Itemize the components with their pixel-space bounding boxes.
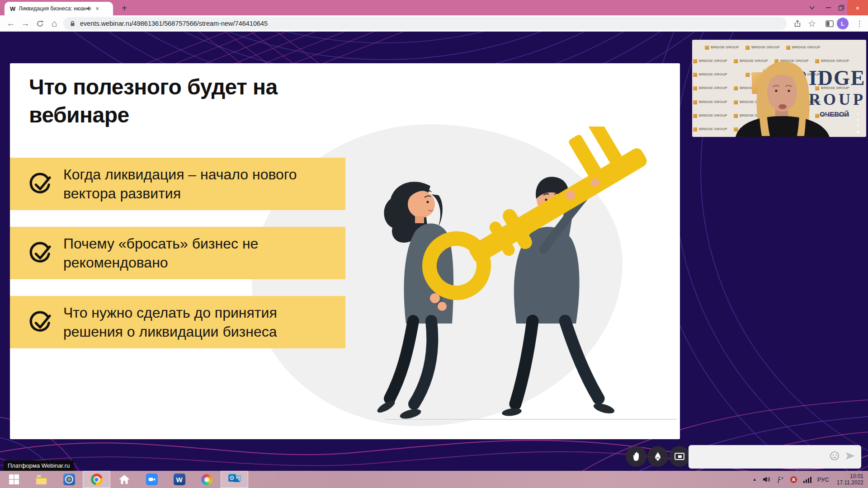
zoom-icon (146, 474, 158, 485)
taskbar-clock[interactable]: 10:01 17.11.2022 (837, 473, 863, 486)
check-circle-icon (27, 171, 52, 197)
taskbar-paint[interactable] (193, 471, 221, 488)
bullet-text: Когда ликвидация – начало нового вектора… (63, 165, 335, 203)
network-signal-icon[interactable] (803, 476, 811, 483)
presenter-video[interactable]: BRIDGE GROUPBRIDGE GROUPBRIDGE GROUPBRID… (692, 40, 866, 137)
taskbar-file-explorer[interactable] (28, 471, 55, 488)
bookmark-star-icon[interactable]: ☆ (805, 15, 819, 32)
outlook-icon: O (228, 474, 241, 485)
chrome-icon (91, 474, 103, 485)
presenter (692, 40, 866, 137)
tab-title: Ликвидация бизнеса: нюансы (19, 5, 86, 12)
word-glyph: W (176, 476, 182, 483)
window-minimize-button[interactable] (821, 0, 835, 15)
media-player-icon (63, 474, 75, 485)
pip-icon (674, 452, 685, 461)
illustration-woman (376, 182, 453, 420)
lock-icon (70, 20, 75, 27)
tab-search-chevron-icon[interactable] (808, 4, 816, 13)
slide-bullet-3: Что нужно сделать до принятия решения о … (10, 296, 345, 348)
tab-webinar[interactable]: W Ликвидация бизнеса: нюансы × (5, 2, 113, 15)
language-indicator[interactable]: РУС (817, 476, 829, 483)
banner-caption-partial: ОЧЕВОЙ (820, 110, 849, 118)
share-icon[interactable] (790, 15, 805, 32)
webinar-favicon: W (10, 5, 15, 12)
tab-audio-icon (86, 6, 92, 11)
taskbar-tooltip: Платформа Webinar.ru (4, 460, 74, 471)
action-center-flag-icon[interactable] (777, 476, 784, 483)
chat-bar (689, 445, 861, 469)
taskbar-start-button[interactable] (0, 471, 28, 488)
volume-icon[interactable] (763, 476, 771, 483)
browser-menu-icon[interactable]: ⋮ (853, 15, 866, 32)
slide-bullet-2: Почему «бросать» бизнес не рекомендовано (10, 227, 345, 279)
back-button[interactable]: ← (4, 15, 18, 32)
bullet-text: Почему «бросать» бизнес не рекомендовано (63, 234, 335, 272)
hidden-icons-caret[interactable]: ▲ (753, 477, 757, 482)
browser-tab-strip: W Ликвидация бизнеса: нюансы × + × (0, 0, 868, 15)
screen: W Ликвидация бизнеса: нюансы × + × ← → ⌂… (0, 0, 868, 488)
outlook-glyph: O (230, 475, 234, 481)
system-tray: ▲ РУС 10:01 17.11.2022 (753, 471, 868, 488)
forward-button[interactable]: → (18, 15, 33, 32)
video-options-dots[interactable] (857, 113, 859, 137)
taskbar-word[interactable]: W (165, 471, 193, 488)
home-button[interactable]: ⌂ (47, 15, 61, 32)
check-circle-icon (27, 240, 52, 266)
webinar-page: Что полезного будет на вебинаре Когда ли… (0, 32, 868, 471)
windows-start-icon (9, 474, 19, 485)
bullet-text: Что нужно сделать до принятия решения о … (63, 303, 335, 341)
new-tab-button[interactable]: + (118, 3, 130, 14)
slide-title: Что полезного будет на вебинаре (29, 73, 291, 129)
windows-taskbar: W O ▲ РУС 10 (0, 471, 868, 488)
url-text: events.webinar.ru/49861361/568757566/str… (80, 20, 268, 27)
taskbar-outlook[interactable]: O (221, 471, 248, 488)
hand-icon (631, 451, 641, 462)
fire-icon (653, 451, 662, 461)
taskbar-home-app[interactable] (110, 471, 138, 488)
browser-toolbar: ← → ⌂ events.webinar.ru/49861361/5687575… (0, 15, 868, 32)
check-circle-icon (27, 310, 52, 335)
profile-avatar[interactable]: L (837, 18, 849, 29)
picture-in-picture-button[interactable] (669, 446, 690, 467)
emoji-picker-icon[interactable] (830, 451, 840, 463)
taskbar-media-player[interactable] (55, 471, 83, 488)
reload-button[interactable] (33, 15, 47, 32)
presentation-slide: Что полезного будет на вебинаре Когда ли… (10, 63, 680, 439)
side-panel-icon[interactable] (823, 15, 836, 32)
reactions-fire-button[interactable] (647, 446, 668, 467)
paint-icon (201, 474, 212, 485)
restore-icon (838, 5, 844, 11)
tab-close-icon[interactable]: × (95, 5, 99, 12)
taskbar-zoom[interactable] (138, 471, 165, 488)
notification-error-icon[interactable] (790, 476, 797, 483)
window-restore-button[interactable] (835, 0, 847, 15)
file-explorer-icon (35, 474, 47, 485)
clock-date: 17.11.2022 (837, 479, 863, 486)
chat-input[interactable] (689, 445, 830, 469)
address-bar[interactable]: events.webinar.ru/49861361/568757566/str… (63, 17, 787, 30)
slide-bullet-1: Когда ликвидация – начало нового вектора… (10, 158, 345, 210)
send-message-icon[interactable] (845, 451, 856, 462)
minimize-icon (826, 7, 831, 8)
home-app-icon (118, 474, 130, 485)
raise-hand-button[interactable] (626, 446, 646, 467)
word-icon: W (174, 474, 185, 485)
clock-time: 10:01 (837, 473, 863, 479)
taskbar-chrome[interactable] (83, 471, 110, 488)
window-close-button[interactable]: × (847, 0, 868, 15)
